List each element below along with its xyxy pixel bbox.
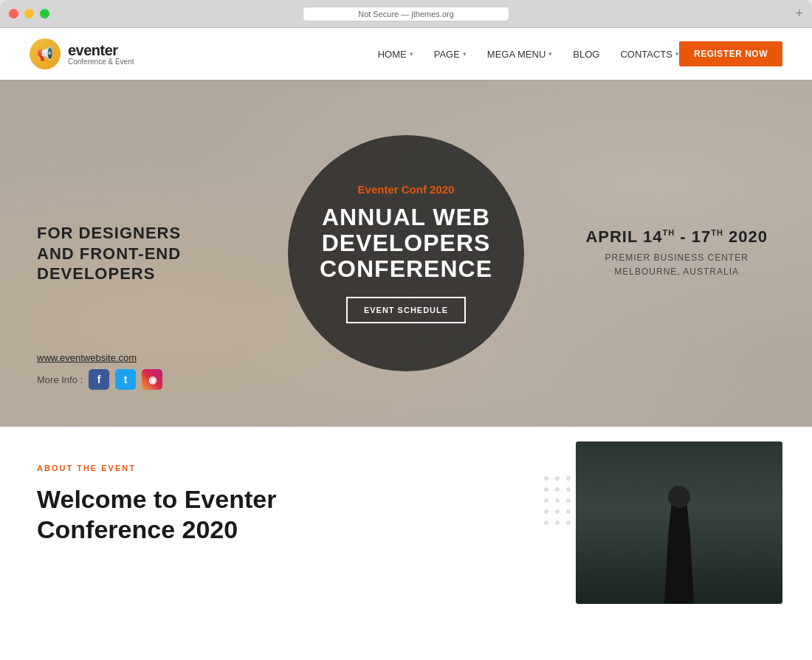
navbar: 📢 eventer Conference & Event HOME ▾ PAGE… xyxy=(0,28,812,80)
svg-point-4 xyxy=(544,487,548,492)
chevron-down-icon: ▾ xyxy=(548,50,552,58)
conference-name: Eventer Conf 2020 xyxy=(358,183,455,196)
hero-date-venue: APRIL 14TH - 17TH 2020 PREMIER BUSINESS … xyxy=(585,227,768,279)
svg-point-14 xyxy=(566,509,571,514)
svg-point-18 xyxy=(566,520,571,525)
logo-icon: 📢 xyxy=(30,38,61,69)
about-image-area xyxy=(554,464,775,630)
event-date: APRIL 14TH - 17TH 2020 xyxy=(585,227,768,247)
logo[interactable]: 📢 eventer Conference & Event xyxy=(30,38,134,69)
svg-point-17 xyxy=(555,520,560,525)
svg-point-10 xyxy=(566,498,571,503)
nav-item-blog[interactable]: BLOG xyxy=(573,49,599,60)
window-controls xyxy=(9,9,49,18)
svg-point-16 xyxy=(544,520,548,525)
browser-content: 📢 eventer Conference & Event HOME ▾ PAGE… xyxy=(0,28,812,660)
chevron-down-icon: ▾ xyxy=(463,50,467,58)
register-button[interactable]: REGISTER NOW xyxy=(679,41,782,66)
about-label: ABOUT THE EVENT xyxy=(37,464,517,472)
maximize-button[interactable] xyxy=(40,9,49,18)
svg-point-8 xyxy=(544,498,548,503)
about-text-area: ABOUT THE EVENT Welcome to Eventer Confe… xyxy=(37,464,517,630)
svg-point-5 xyxy=(555,487,560,492)
logo-text: eventer Conference & Event xyxy=(68,42,134,66)
conference-title: ANNUAL WEB DEVELOPERS CONFERENCE xyxy=(320,204,492,283)
svg-point-2 xyxy=(566,476,571,481)
svg-point-12 xyxy=(544,509,548,514)
svg-point-13 xyxy=(555,509,560,514)
close-button[interactable] xyxy=(9,9,18,18)
hero-tagline: FOR DESIGNERS AND FRONT-END DEVELOPERS xyxy=(37,223,181,284)
instagram-icon[interactable]: ◉ xyxy=(142,369,162,390)
nav-item-contacts[interactable]: CONTACTS ▾ xyxy=(620,49,679,60)
event-website-link[interactable]: www.eventwebsite.com xyxy=(37,352,162,363)
about-section: ABOUT THE EVENT Welcome to Eventer Confe… xyxy=(0,427,812,660)
speaker-image xyxy=(576,441,782,604)
svg-point-0 xyxy=(544,476,548,481)
minimize-button[interactable] xyxy=(24,9,34,18)
event-venue: PREMIER BUSINESS CENTER MELBOURNE, AUSTR… xyxy=(585,251,768,279)
twitter-icon[interactable]: t xyxy=(115,369,136,390)
chevron-down-icon: ▾ xyxy=(410,50,413,58)
svg-point-6 xyxy=(566,487,571,492)
svg-point-9 xyxy=(555,498,560,503)
address-bar[interactable]: Not Secure — jthemes.org xyxy=(303,7,509,21)
hero-circle: Eventer Conf 2020 ANNUAL WEB DEVELOPERS … xyxy=(288,135,524,371)
facebook-icon[interactable]: f xyxy=(89,369,109,390)
nav-item-home[interactable]: HOME ▾ xyxy=(378,49,413,60)
event-schedule-button[interactable]: EVENT SCHEDULE xyxy=(346,297,466,323)
svg-point-1 xyxy=(555,476,560,481)
nav-item-mega-menu[interactable]: MEGA MENU ▾ xyxy=(487,49,552,60)
nav-links: HOME ▾ PAGE ▾ MEGA MENU ▾ BLOG xyxy=(378,49,679,60)
hero-section: FOR DESIGNERS AND FRONT-END DEVELOPERS E… xyxy=(0,80,812,427)
new-tab-button[interactable]: + xyxy=(795,6,803,21)
hero-social-area: More Info : f t ◉ xyxy=(37,369,162,390)
hero-links: www.eventwebsite.com More Info : f t ◉ xyxy=(37,352,162,390)
about-title: Welcome to Eventer Conference 2020 xyxy=(37,484,517,545)
hero-tagline-area: FOR DESIGNERS AND FRONT-END DEVELOPERS xyxy=(37,223,181,284)
window-chrome: Not Secure — jthemes.org + xyxy=(0,0,812,28)
nav-item-page[interactable]: PAGE ▾ xyxy=(434,49,467,60)
